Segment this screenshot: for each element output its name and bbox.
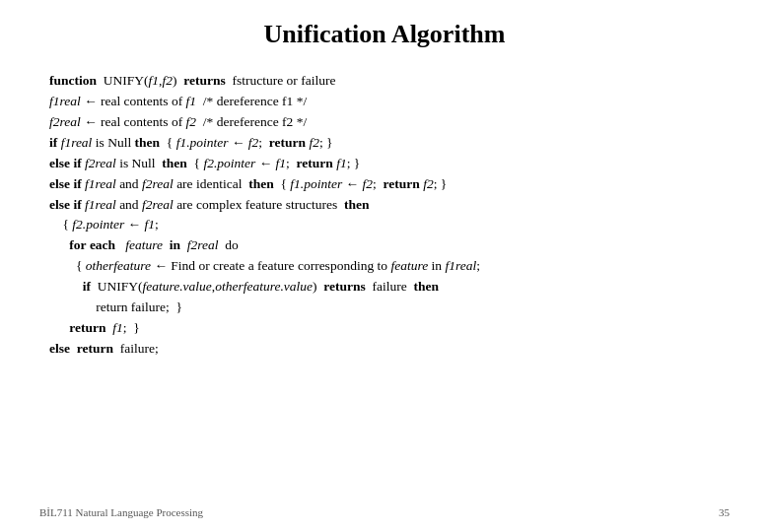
identifier: f1 [186, 94, 197, 108]
keyword: then [248, 176, 274, 191]
keyword: else [49, 197, 70, 212]
code-line-l8: { f2.pointer ← f1; [49, 215, 730, 235]
code-line-l3: f2real ← real contents of f2 /* derefere… [49, 112, 730, 133]
text: UNIFY( [97, 73, 149, 88]
keyword: return [297, 156, 333, 170]
text: ← real contents of [81, 114, 186, 129]
keyword: return [384, 176, 420, 191]
code-line-l7: else if f1real and f2real are complex fe… [49, 195, 730, 216]
identifier: f1 [144, 217, 155, 232]
text: ; [286, 156, 297, 170]
keyword: if [73, 197, 81, 212]
keyword: else [49, 176, 70, 191]
text: /* dereference f2 */ [196, 114, 307, 129]
identifier: f1 [112, 320, 123, 335]
keyword: each [90, 237, 115, 252]
keyword: return [269, 135, 306, 150]
text [49, 320, 69, 335]
keyword: in [170, 237, 180, 252]
text: ← [255, 156, 275, 170]
text: and [116, 176, 142, 191]
text: ← [342, 176, 362, 191]
keyword: then [135, 135, 161, 150]
identifier: feature.value [143, 279, 212, 294]
text: is Null [116, 156, 163, 170]
code-line-l4: if f1real is Null then { f1.pointer ← f2… [49, 133, 730, 154]
code-line-l12: return failure; } [49, 298, 730, 318]
identifier: otherfeature.value [215, 279, 313, 294]
identifier: f2 [162, 73, 173, 88]
keyword: else [49, 156, 70, 170]
text: fstructure or failure [226, 73, 336, 88]
text: { [274, 176, 291, 191]
identifier: f1 [276, 156, 287, 170]
identifier: f2.pointer [203, 156, 255, 170]
keyword: then [162, 156, 187, 170]
keyword: then [414, 279, 440, 294]
text: are complex feature structures [174, 197, 344, 212]
text: UNIFY( [91, 279, 143, 294]
keyword: returns [183, 73, 226, 88]
text: and [116, 197, 142, 212]
text: ; [258, 135, 269, 150]
text: failure; [113, 341, 159, 356]
identifier: feature [125, 237, 163, 252]
text [49, 237, 69, 252]
identifier: f2real [142, 197, 174, 212]
text: ; } [347, 156, 361, 170]
text: ← Find or create a feature corresponding… [151, 258, 390, 273]
text: is Null [92, 135, 134, 150]
text: ; } [434, 176, 448, 191]
identifier: f2 [309, 135, 319, 150]
identifier: f2.pointer [72, 217, 124, 232]
text: /* dereference f1 */ [196, 94, 307, 108]
text [163, 237, 170, 252]
code-line-l11: if UNIFY(feature.value,otherfeature.valu… [49, 277, 730, 298]
code-line-l6: else if f1real and f2real are identical … [49, 174, 730, 195]
text: in [428, 258, 445, 273]
identifier: f1real [61, 135, 93, 150]
identifier: f2real [187, 237, 219, 252]
course-label: BİL711 Natural Language Processing [39, 506, 203, 518]
keyword: if [73, 176, 81, 191]
identifier: f1real [445, 258, 476, 273]
identifier: f2 [362, 176, 373, 191]
keyword: return [69, 320, 105, 335]
text: ) [313, 279, 323, 294]
page: Unification Algorithm function UNIFY(f1,… [0, 0, 769, 532]
text: ← [229, 135, 248, 150]
code-line-l5: else if f2real is Null then { f2.pointer… [49, 154, 730, 174]
code-line-l1: function UNIFY(f1,f2) returns fstructure… [49, 71, 730, 92]
page-title: Unification Algorithm [39, 20, 730, 49]
text: { [187, 156, 204, 170]
identifier: f1real [85, 197, 116, 212]
identifier: f2 [186, 114, 197, 129]
text: failure [366, 279, 414, 294]
identifier: f2 [248, 135, 259, 150]
keyword: for [69, 237, 86, 252]
text: ; [155, 217, 159, 232]
identifier: f1 [336, 156, 347, 170]
keyword: if [73, 156, 81, 170]
identifier: f1 [149, 73, 160, 88]
text: ← [124, 217, 144, 232]
text: { [160, 135, 176, 150]
text: ; [373, 176, 384, 191]
identifier: f1.pointer [176, 135, 229, 150]
identifier: f1.pointer [290, 176, 342, 191]
keyword: function [49, 73, 97, 88]
code-line-l14: else return failure; [49, 339, 730, 360]
text: ) [173, 73, 183, 88]
code-line-l10: { otherfeature ← Find or create a featur… [49, 256, 730, 277]
keyword: if [49, 135, 57, 150]
code-line-l13: return f1; } [49, 318, 730, 339]
keyword: else [49, 341, 70, 356]
page-number: 35 [719, 506, 730, 518]
text: do [219, 237, 239, 252]
text: ; } [319, 135, 333, 150]
keyword: return [77, 341, 113, 356]
text: are identical [174, 176, 248, 191]
identifier: f2real [142, 176, 174, 191]
text [180, 237, 187, 252]
text [70, 341, 77, 356]
